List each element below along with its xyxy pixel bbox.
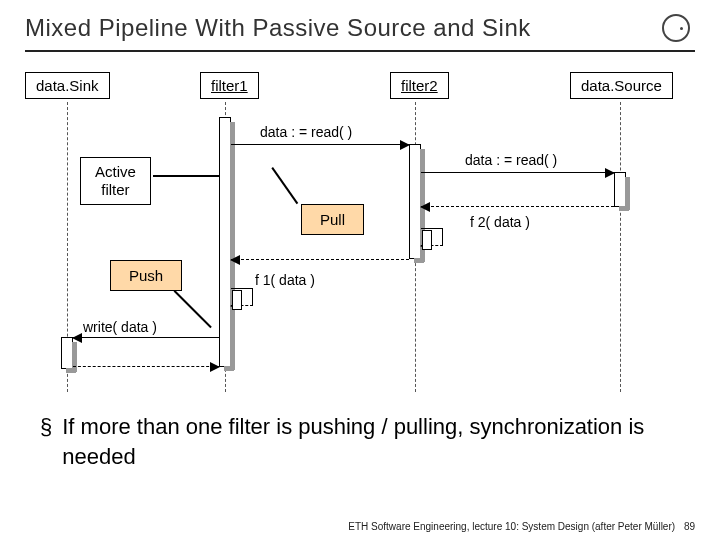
msg-label-write: write( data ) [83, 319, 157, 335]
arrow-read2 [421, 172, 614, 173]
lifeline-head-sink: data.Sink [25, 72, 110, 99]
arrow-read2-return [421, 206, 614, 207]
activation-source [614, 172, 626, 207]
msg-label-f2: f 2( data ) [470, 214, 530, 230]
lifeline-source [620, 102, 621, 392]
activation-f1-self [232, 290, 242, 310]
bullet-icon: § [40, 412, 52, 471]
callout-line-push [174, 290, 212, 328]
msg-label-f1: f 1( data ) [255, 272, 315, 288]
arrow-read1-return [231, 259, 409, 260]
callout-pull-text: Pull [320, 211, 345, 228]
arrow-write [73, 337, 219, 338]
lifeline-head-filter2: filter2 [390, 72, 449, 99]
arrow-write-return [73, 366, 219, 367]
msg-label-read2: data : = read( ) [465, 152, 557, 168]
bullet-text: § If more than one filter is pushing / p… [0, 392, 720, 471]
sequence-diagram: data.Sink filter1 filter2 data.Source Ac… [25, 72, 695, 392]
activation-filter1 [219, 117, 231, 367]
eth-logo-icon [662, 14, 690, 42]
callout-pull: Pull [301, 204, 364, 235]
bullet-content: If more than one filter is pushing / pul… [62, 412, 680, 471]
callout-line-pull [272, 167, 298, 204]
callout-active-filter: Activefilter [80, 157, 151, 205]
page-title: Mixed Pipeline With Passive Source and S… [25, 14, 531, 42]
footer: ETH Software Engineering, lecture 10: Sy… [348, 521, 695, 532]
footer-text: ETH Software Engineering, lecture 10: Sy… [348, 521, 675, 532]
arrow-read1 [231, 144, 409, 145]
callout-line-active [153, 175, 220, 177]
page-number: 89 [684, 521, 695, 532]
activation-f2-self [422, 230, 432, 250]
msg-label-read1: data : = read( ) [260, 124, 352, 140]
divider [25, 50, 695, 52]
lifeline-head-filter1: filter1 [200, 72, 259, 99]
callout-push-text: Push [129, 267, 163, 284]
callout-push: Push [110, 260, 182, 291]
lifeline-head-source: data.Source [570, 72, 673, 99]
callout-active-filter-text: Activefilter [95, 163, 136, 198]
